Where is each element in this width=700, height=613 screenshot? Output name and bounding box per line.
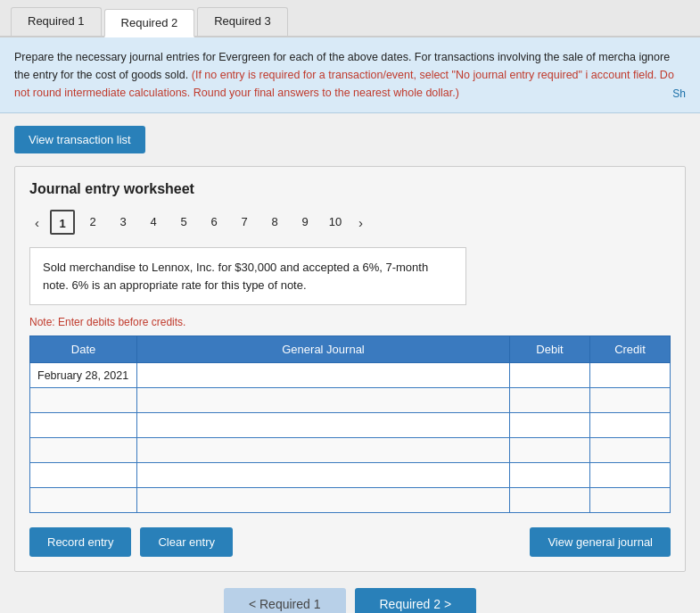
journal-input-5[interactable]: [137, 463, 509, 487]
journal-table: Date General Journal Debit Credit Februa…: [29, 335, 671, 513]
action-buttons: Record entry Clear entry View general jo…: [29, 527, 671, 557]
pagination: ‹ 1 2 3 4 5 6 7 8 9 10 ›: [29, 210, 671, 235]
credit-cell-4[interactable]: [590, 438, 671, 463]
date-cell-5: [30, 463, 137, 488]
debit-input-4[interactable]: [510, 438, 589, 462]
record-entry-button[interactable]: Record entry: [29, 527, 131, 557]
transaction-note-box: Sold merchandise to Lennox, Inc. for $30…: [29, 247, 466, 305]
credit-cell-3[interactable]: [590, 413, 671, 438]
debit-input-1[interactable]: [510, 363, 589, 387]
worksheet-title: Journal entry worksheet: [29, 181, 671, 197]
main-content: View transaction list Journal entry work…: [0, 113, 700, 613]
transaction-note-text: Sold merchandise to Lennox, Inc. for $30…: [43, 261, 428, 292]
clear-entry-button[interactable]: Clear entry: [140, 527, 233, 557]
page-4[interactable]: 4: [141, 210, 166, 235]
journal-cell-4[interactable]: [137, 438, 510, 463]
page-1[interactable]: 1: [50, 210, 75, 235]
journal-cell-6[interactable]: [137, 488, 510, 513]
journal-input-2[interactable]: [137, 388, 509, 412]
next-required-button[interactable]: Required 2 >: [355, 588, 477, 613]
debit-input-5[interactable]: [510, 463, 589, 487]
credit-input-5[interactable]: [590, 463, 670, 487]
credit-input-3[interactable]: [590, 413, 670, 437]
page-2[interactable]: 2: [80, 210, 105, 235]
tab-bar: Required 1 Required 2 Required 3: [0, 0, 700, 37]
journal-input-3[interactable]: [137, 413, 509, 437]
table-row: [30, 488, 671, 513]
view-general-journal-button[interactable]: View general journal: [530, 527, 671, 557]
prev-required-button[interactable]: < Required 1: [224, 588, 346, 613]
date-cell-2: [30, 388, 137, 413]
credit-input-2[interactable]: [590, 388, 670, 412]
table-row: [30, 413, 671, 438]
page-8[interactable]: 8: [262, 210, 287, 235]
debit-cell-6[interactable]: [510, 488, 590, 513]
debit-cell-4[interactable]: [510, 438, 590, 463]
table-row: [30, 388, 671, 413]
page-3[interactable]: 3: [111, 210, 136, 235]
journal-input-4[interactable]: [137, 438, 509, 462]
tab-required-3[interactable]: Required 3: [197, 7, 288, 36]
journal-cell-1[interactable]: [137, 363, 510, 388]
view-transaction-list-button[interactable]: View transaction list: [14, 126, 145, 153]
col-header-date: Date: [30, 336, 137, 363]
journal-cell-2[interactable]: [137, 388, 510, 413]
page-5[interactable]: 5: [171, 210, 196, 235]
date-cell-6: [30, 488, 137, 513]
instructions-box: Prepare the necessary journal entries fo…: [0, 37, 700, 113]
col-header-debit: Debit: [510, 336, 590, 363]
date-cell-1: February 28, 2021: [30, 363, 137, 388]
page-10[interactable]: 10: [323, 210, 348, 235]
credit-input-1[interactable]: [590, 363, 670, 387]
credit-cell-5[interactable]: [590, 463, 671, 488]
debit-cell-2[interactable]: [510, 388, 590, 413]
debit-input-6[interactable]: [510, 488, 589, 512]
credit-input-4[interactable]: [590, 438, 670, 462]
table-row: [30, 438, 671, 463]
tab-required-2[interactable]: Required 2: [104, 9, 195, 37]
page-6[interactable]: 6: [202, 210, 226, 235]
prev-page-button[interactable]: ‹: [29, 213, 45, 232]
date-cell-3: [30, 413, 137, 438]
date-cell-4: [30, 438, 137, 463]
debit-cell-5[interactable]: [510, 463, 590, 488]
debit-input-2[interactable]: [510, 388, 589, 412]
bottom-nav: < Required 1 Required 2 >: [14, 572, 686, 613]
credit-input-6[interactable]: [590, 488, 670, 512]
journal-input-1[interactable]: [137, 363, 509, 387]
table-row: [30, 463, 671, 488]
journal-cell-3[interactable]: [137, 413, 510, 438]
debit-cell-1[interactable]: [510, 363, 590, 388]
page-9[interactable]: 9: [292, 210, 317, 235]
page-7[interactable]: 7: [232, 210, 257, 235]
credit-cell-6[interactable]: [590, 488, 671, 513]
show-link[interactable]: Sh: [672, 86, 686, 103]
worksheet-box: Journal entry worksheet ‹ 1 2 3 4 5 6 7 …: [14, 166, 686, 572]
next-page-button[interactable]: ›: [353, 213, 368, 232]
debit-input-3[interactable]: [510, 413, 589, 437]
debit-cell-3[interactable]: [510, 413, 590, 438]
col-header-credit: Credit: [590, 336, 671, 363]
table-row: February 28, 2021: [30, 363, 671, 388]
tab-required-1[interactable]: Required 1: [11, 7, 102, 36]
journal-input-6[interactable]: [137, 488, 509, 512]
credit-cell-2[interactable]: [590, 388, 671, 413]
enter-debits-note: Note: Enter debits before credits.: [29, 316, 671, 328]
journal-cell-5[interactable]: [137, 463, 510, 488]
credit-cell-1[interactable]: [590, 363, 671, 388]
col-header-journal: General Journal: [137, 336, 510, 363]
